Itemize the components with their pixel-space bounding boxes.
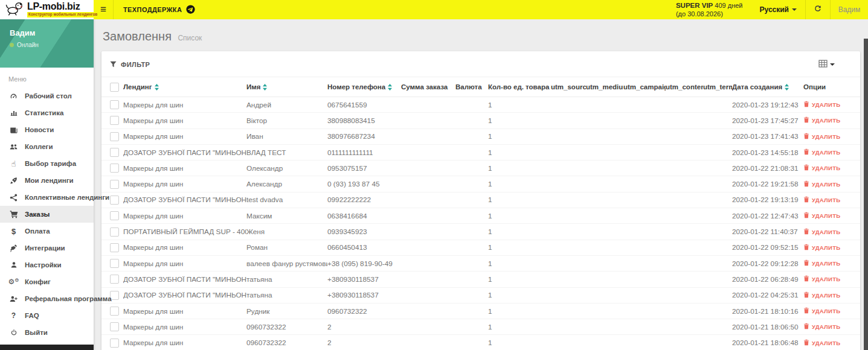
profile-status-label: Онлайн (17, 42, 39, 48)
sidebar-item-settings[interactable]: Настройки (0, 256, 94, 273)
delete-button[interactable]: УДАЛИТЬ (803, 275, 840, 283)
row-checkbox[interactable] (110, 322, 119, 331)
cell-qty: 1 (488, 148, 551, 157)
sidebar-item-orders[interactable]: Заказы (0, 206, 94, 223)
delete-button[interactable]: УДАЛИТЬ (803, 148, 840, 156)
row-checkbox[interactable] (110, 132, 119, 141)
cell-landing: Маркеры для шин (123, 212, 246, 220)
user-menu[interactable]: Вадим (831, 5, 868, 14)
support-button[interactable]: ТЕХПОДДЕРЖКА (114, 5, 205, 15)
row-checkbox[interactable] (110, 148, 119, 157)
table-header-row: ЛендингИмяНомер телефонаСумма заказаВалю… (101, 77, 860, 97)
table-row: ДОЗАТОР ЗУБНОЇ ПАСТИ "МИНЬОН"татьяна+380… (101, 288, 860, 304)
delete-button[interactable]: УДАЛИТЬ (803, 133, 840, 141)
cell-phone: 0 (93) 193 87 45 (327, 180, 401, 188)
sidebar-item-referral[interactable]: Реферальная программа (0, 290, 94, 307)
users-icon (8, 143, 19, 151)
row-checkbox[interactable] (110, 275, 119, 284)
page-subtitle: Список (178, 34, 202, 42)
cell-phone: 0660450413 (327, 243, 401, 252)
sidebar-item-my-landings[interactable]: Мои лендинги (0, 172, 94, 189)
delete-button[interactable]: УДАЛИТЬ (803, 196, 840, 204)
delete-button[interactable]: УДАЛИТЬ (803, 101, 840, 109)
delete-button[interactable]: УДАЛИТЬ (803, 164, 840, 172)
cell-created: 2020-01-22 12:47:43 (732, 212, 803, 220)
sidebar-item-dashboard[interactable]: Рабочий стол (0, 88, 94, 104)
row-checkbox[interactable] (110, 243, 119, 252)
delete-button[interactable]: УДАЛИТЬ (803, 180, 840, 188)
columns-toggle-button[interactable] (818, 59, 852, 70)
row-checkbox[interactable] (110, 211, 119, 220)
column-header-utm_term: utm_term (703, 83, 732, 91)
cell-name: Женя (246, 228, 327, 236)
trash-icon (803, 212, 809, 220)
column-header-created[interactable]: Дата создания (732, 83, 803, 91)
sidebar-item-tariff[interactable]: ☝Выбор тарифа (0, 155, 94, 172)
table-row: Маркеры для шинРоман066045041312020-01-2… (101, 240, 860, 256)
sidebar-item-payment[interactable]: $Оплата (0, 223, 94, 240)
cell-landing: Маркеры для шин (123, 132, 246, 141)
sidebar-item-logout[interactable]: Выйти (0, 324, 94, 341)
page-title: Замовлення (103, 30, 172, 43)
trash-icon (803, 164, 809, 172)
vertical-scrollbar[interactable] (864, 39, 868, 350)
filter-button[interactable]: ФИЛЬТР (110, 61, 150, 69)
row-checkbox[interactable] (110, 259, 119, 268)
row-checkbox[interactable] (110, 307, 119, 316)
delete-button[interactable]: УДАЛИТЬ (803, 212, 840, 220)
sidebar-item-label: Мои лендинги (25, 177, 74, 184)
refresh-button[interactable] (806, 4, 830, 15)
column-header-phone[interactable]: Номер телефона (327, 83, 401, 91)
language-selector[interactable]: Русский (751, 5, 806, 14)
sidebar-item-integrations[interactable]: Интеграции (0, 240, 94, 256)
select-all-checkbox[interactable] (110, 83, 119, 92)
cart-icon (8, 210, 19, 218)
cell-options: УДАЛИТЬ (803, 244, 852, 252)
cell-landing: Маркеры для шин (123, 101, 246, 109)
cell-created: 2020-01-22 04:25:31 (732, 291, 803, 299)
delete-button[interactable]: УДАЛИТЬ (803, 116, 840, 124)
chart-icon (8, 109, 19, 116)
cell-options: УДАЛИТЬ (803, 212, 852, 220)
row-checkbox[interactable] (110, 339, 119, 348)
delete-button[interactable]: УДАЛИТЬ (803, 228, 840, 236)
cell-options: УДАЛИТЬ (803, 323, 852, 331)
sidebar-item-statistics[interactable]: Статистика (0, 104, 94, 121)
hamburger-menu-icon[interactable]: ≡ (94, 4, 113, 16)
delete-button[interactable]: УДАЛИТЬ (803, 291, 840, 299)
column-header-landing[interactable]: Лендинг (123, 83, 246, 91)
logo[interactable]: LP-mobi.biz Конструктор мобильных лендин… (0, 0, 94, 19)
delete-button[interactable]: УДАЛИТЬ (803, 339, 840, 347)
delete-button[interactable]: УДАЛИТЬ (803, 259, 840, 267)
cell-landing: Маркеры для шин (123, 259, 246, 268)
sidebar-item-collective-landings[interactable]: Коллективные лендинги (0, 189, 94, 206)
row-checkbox[interactable] (110, 164, 119, 173)
sidebar-item-colleagues[interactable]: Коллеги (0, 138, 94, 155)
row-checkbox[interactable] (110, 180, 119, 189)
row-checkbox[interactable] (110, 116, 119, 125)
delete-button[interactable]: УДАЛИТЬ (803, 244, 840, 252)
trash-icon (803, 259, 809, 267)
cell-options: УДАЛИТЬ (803, 339, 852, 347)
row-checkbox[interactable] (110, 196, 119, 205)
table-row: Маркеры для шинОлександр095307515712020-… (101, 161, 860, 176)
delete-button[interactable]: УДАЛИТЬ (803, 307, 840, 315)
sidebar-item-news[interactable]: Новости (0, 121, 94, 138)
row-checkbox[interactable] (110, 100, 119, 109)
column-header-utm_medium: utm_medium (586, 83, 623, 91)
sidebar-item-config[interactable]: ⚙⚙Конфиг (0, 273, 94, 290)
sidebar-item-label: Коллективные лендинги (25, 194, 109, 201)
cell-name: Максим (246, 212, 327, 220)
row-checkbox[interactable] (110, 228, 119, 237)
sidebar-item-faq[interactable]: ?FAQ (0, 307, 94, 324)
delete-button[interactable]: УДАЛИТЬ (803, 323, 840, 331)
column-header-name[interactable]: Имя (246, 83, 327, 91)
cell-options: УДАЛИТЬ (803, 291, 852, 299)
sidebar-item-label: Выйти (25, 329, 48, 336)
cell-qty: 1 (488, 196, 551, 204)
cell-qty: 1 (488, 243, 551, 252)
cell-created: 2020-01-22 11:40:37 (732, 228, 803, 236)
column-label: utm_medium (586, 83, 623, 91)
cell-options: УДАЛИТЬ (803, 133, 852, 141)
table-row: Маркеры для шинвалеев фанур рустямович+3… (101, 256, 860, 272)
